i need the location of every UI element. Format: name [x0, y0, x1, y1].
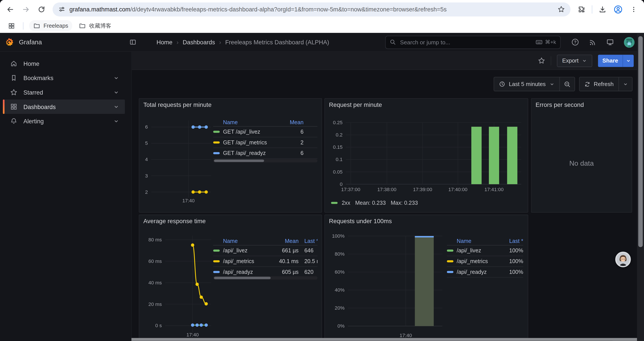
legend-row[interactable]: GET /api/_readyz6 [213, 148, 318, 159]
panel-title[interactable]: Errors per second [536, 102, 584, 108]
series-name: /api/_livez [457, 247, 500, 254]
kiosk-monitor-icon[interactable] [606, 38, 614, 46]
panel-errors-per-second[interactable]: Errors per second No data [531, 98, 632, 213]
bookmark-folder-freeleaps[interactable]: Freeleaps [29, 20, 72, 31]
browser-menu-button[interactable] [627, 2, 641, 16]
breadcrumb-home[interactable]: Home [156, 39, 172, 46]
export-button[interactable]: Export [557, 55, 592, 67]
legend-row[interactable]: /api/_readyz605 µs620 [213, 267, 318, 278]
series-color-pill [213, 142, 220, 144]
scrollbar-thumb[interactable] [638, 36, 643, 247]
favorite-dashboard-icon[interactable] [538, 57, 545, 64]
back-button[interactable] [3, 2, 17, 16]
no-data-message: No data [532, 160, 632, 168]
sidebar-item-home[interactable]: Home [3, 56, 125, 71]
svg-text:60 ms: 60 ms [148, 258, 162, 264]
series-color-pill [213, 260, 220, 262]
downloads-button[interactable] [596, 2, 610, 16]
floating-assistant-avatar[interactable] [615, 252, 631, 267]
page-scrollbar[interactable] [637, 33, 644, 341]
reload-button[interactable] [34, 2, 48, 16]
series-max: Max: 0.233 [390, 200, 418, 206]
site-settings-icon[interactable] [58, 6, 65, 13]
forward-button[interactable] [19, 2, 33, 16]
sidebar-item-dashboards[interactable]: Dashboards [3, 99, 125, 114]
dashboard-canvas: Last 5 minutes Refresh [132, 70, 644, 341]
url-bar[interactable]: grafana.mathmast.com/d/deytv4rwavabkb/fr… [52, 2, 570, 16]
bookmark-page-icon[interactable] [558, 6, 565, 13]
time-controls: Last 5 minutes Refresh [494, 77, 632, 91]
series-label[interactable]: 2xx [342, 200, 350, 206]
legend-inline[interactable]: 2xx Mean: 0.233 Max: 0.233 [331, 200, 418, 206]
time-range-group: Last 5 minutes [494, 77, 575, 91]
legend-row[interactable]: /api/_metrics100% [447, 256, 524, 267]
search-icon [390, 39, 396, 45]
zoom-out-button[interactable] [560, 77, 574, 91]
share-button[interactable]: Share [598, 55, 622, 67]
chevron-down-icon[interactable] [113, 118, 119, 124]
breadcrumb-current: Freeleaps Metrics Dashboard (ALPHA) [225, 39, 329, 46]
browser-toolbar: grafana.mathmast.com/d/deytv4rwavabkb/fr… [0, 0, 644, 19]
legend-row[interactable]: /api/_livez661 µs646 [213, 245, 318, 256]
panel-total-requests[interactable]: Total requests per minute 6543217:40 Nam… [139, 98, 322, 213]
panel-requests-under-100ms[interactable]: Requests under 100ms 100%80%60%40%20%0%1… [324, 215, 528, 341]
sidebar-item-starred[interactable]: Starred [3, 85, 125, 100]
series-name: /api/_readyz [223, 269, 269, 275]
series-color-pill [213, 271, 220, 273]
chevron-down-icon[interactable] [113, 104, 119, 110]
extensions-button[interactable] [574, 2, 588, 16]
series-value: 646 [304, 247, 318, 254]
legend-table: NameMeanLast */api/_livez661 µs646/api/_… [213, 237, 318, 278]
sidebar-item-bookmarks[interactable]: Bookmarks [3, 71, 125, 85]
series-value: 620 [304, 269, 318, 275]
svg-text:17:39:00: 17:39:00 [413, 187, 432, 192]
svg-text:3: 3 [145, 173, 148, 179]
search-input[interactable] [399, 38, 532, 46]
legend-row[interactable]: /api/_livez100% [447, 245, 524, 256]
legend-row[interactable]: /api/_readyz100% [447, 267, 524, 278]
series-color-pill [447, 249, 454, 251]
user-avatar[interactable] [624, 37, 634, 48]
share-menu-button[interactable] [623, 55, 634, 67]
svg-text:80%: 80% [335, 251, 344, 257]
panel-request-per-minute[interactable]: Request per minute 0.250.20.150.10.05017… [324, 98, 528, 213]
news-rss-icon[interactable] [589, 38, 596, 46]
refresh-button[interactable]: Refresh [579, 77, 618, 91]
profile-button[interactable] [611, 2, 625, 16]
help-icon[interactable]: ? [571, 38, 579, 46]
collapse-sidebar-icon[interactable] [129, 39, 136, 46]
chevron-down-icon[interactable] [113, 75, 119, 81]
search-shortcut: ⌘+k [536, 39, 556, 46]
svg-text:100%: 100% [332, 233, 344, 239]
refresh-interval-button[interactable] [619, 77, 632, 91]
series-color-pill [331, 202, 338, 204]
chevron-down-icon [623, 82, 628, 87]
breadcrumb-dashboards[interactable]: Dashboards [182, 39, 215, 46]
svg-text:20 ms: 20 ms [148, 301, 162, 307]
svg-text:0.05: 0.05 [333, 169, 342, 175]
bookmark-folder-blogs[interactable]: 收藏博客 [75, 20, 115, 31]
svg-text:17:40: 17:40 [186, 332, 199, 337]
legend-row[interactable]: /api/_metrics40.1 ms20.5 ms [213, 256, 318, 267]
svg-text:17:40:00: 17:40:00 [448, 187, 467, 192]
nav-icons: ? [561, 37, 644, 48]
legend-scrollbar[interactable] [213, 159, 318, 162]
chevron-down-icon [582, 58, 586, 63]
horizontal-scrollbar[interactable] [132, 338, 637, 341]
panel-average-response-time[interactable]: Average response time 80 ms60 ms40 ms20 … [139, 215, 322, 341]
series-value: 6 [269, 150, 303, 156]
series-value: 605 µs [269, 269, 298, 275]
chevron-down-icon[interactable] [113, 90, 119, 95]
legend-scrollbar[interactable] [213, 276, 318, 279]
apps-grid-button[interactable] [6, 20, 17, 31]
svg-text:40%: 40% [335, 287, 344, 293]
search-box[interactable]: ⌘+k [385, 36, 561, 49]
svg-text:0.15: 0.15 [333, 144, 342, 150]
time-range-picker[interactable]: Last 5 minutes [494, 77, 559, 91]
dashboard-toolbar: Export Share [132, 52, 644, 70]
legend-row[interactable]: GET /api/_livez6 [213, 127, 318, 137]
legend-row[interactable]: GET /api/_metrics2 [213, 137, 318, 148]
sidebar-item-alerting[interactable]: Alerting [3, 114, 125, 128]
series-name: /api/_metrics [223, 258, 269, 264]
home-icon [10, 60, 17, 67]
